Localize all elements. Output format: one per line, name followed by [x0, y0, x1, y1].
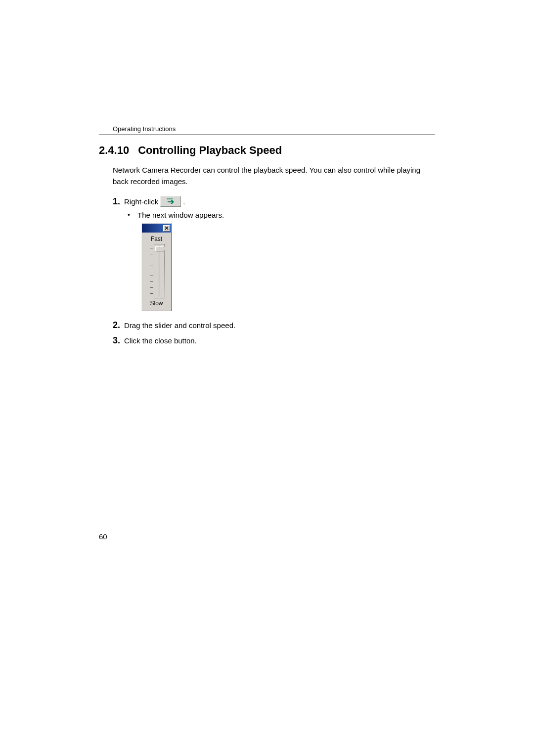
section-number: 2.4.10 [99, 144, 129, 156]
tick-mark [150, 254, 153, 254]
step-3: 3. Click the close button. [113, 335, 435, 346]
step-list: 1. Right-click . The next window appears… [113, 196, 435, 346]
tick-mark [150, 276, 153, 276]
tick-mark [150, 260, 153, 260]
header-rule [99, 135, 435, 135]
fast-forward-icon [167, 198, 175, 205]
playback-speed-toolbar-button[interactable] [160, 196, 181, 207]
tick-mark [150, 248, 153, 248]
step-1-text-before: Right-click [124, 197, 158, 206]
slider-body: Fast [142, 233, 171, 308]
track-groove [159, 246, 160, 297]
speed-slider-window: Fast [141, 223, 172, 311]
tick-mark [150, 282, 153, 282]
step-1-number: 1. [113, 196, 120, 207]
sub-bullet-text: The next window appears. [128, 211, 435, 219]
slider-track[interactable] [154, 244, 165, 298]
svg-rect-1 [169, 198, 171, 199]
tick-mark [150, 293, 153, 294]
tick-mark [150, 266, 153, 266]
running-header: Operating Instructions [113, 125, 435, 133]
step-3-text: Click the close button. [124, 336, 197, 345]
step-2-number: 2. [113, 320, 120, 331]
svg-rect-0 [167, 198, 169, 199]
slider-track-container [147, 244, 166, 298]
page-content: Operating Instructions 2.4.10Controlling… [99, 125, 435, 351]
svg-rect-2 [171, 198, 173, 199]
intro-paragraph: Network Camera Recorder can control the … [113, 165, 435, 187]
step-1: 1. Right-click . The next window appears… [113, 196, 435, 311]
section-title: Controlling Playback Speed [138, 144, 282, 156]
tick-mark [150, 287, 153, 288]
close-icon [165, 226, 169, 230]
step-1-sub-bullets: The next window appears. [128, 211, 435, 219]
step-3-number: 3. [113, 335, 120, 346]
step-2-text: Drag the slider and control speed. [124, 321, 235, 330]
fast-label: Fast [144, 236, 169, 242]
close-button[interactable] [163, 225, 170, 232]
section-heading: 2.4.10Controlling Playback Speed [99, 144, 435, 157]
slider-thumb[interactable] [155, 246, 164, 251]
page-number: 60 [99, 532, 107, 541]
step-2: 2. Drag the slider and control speed. [113, 320, 435, 331]
window-titlebar[interactable] [142, 224, 171, 233]
slow-label: Slow [144, 300, 169, 307]
step-1-text-after: . [183, 197, 185, 206]
tick-column [149, 244, 154, 298]
